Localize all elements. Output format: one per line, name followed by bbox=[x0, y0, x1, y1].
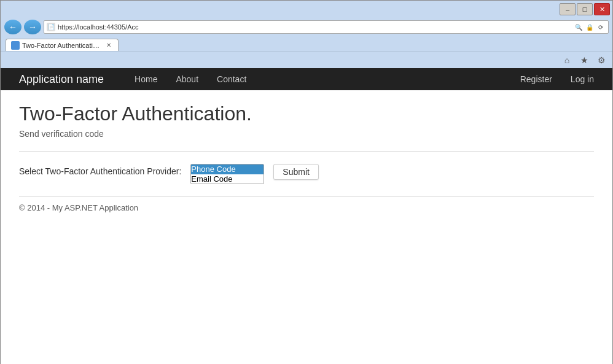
minimize-button[interactable]: – bbox=[560, 3, 576, 15]
provider-select[interactable]: Phone Code Email Code bbox=[190, 164, 264, 184]
address-bar-row: ← → 📄 https://localhost:44305/Acc 🔍 🔒 ⟳ bbox=[1, 18, 612, 36]
refresh-icon[interactable]: ⟳ bbox=[596, 22, 606, 32]
nav-link-register[interactable]: Register bbox=[511, 68, 561, 90]
tab-close-icon[interactable]: ✕ bbox=[104, 41, 113, 50]
nav-link-about[interactable]: About bbox=[166, 68, 208, 90]
home-icon[interactable]: ⌂ bbox=[560, 53, 574, 68]
page-icon: 📄 bbox=[47, 23, 55, 31]
navbar-right: Register Log in bbox=[511, 68, 603, 90]
footer-text: © 2014 - My ASP.NET Application bbox=[19, 203, 594, 212]
submit-button[interactable]: Submit bbox=[273, 164, 319, 180]
search-icon[interactable]: 🔍 bbox=[574, 22, 584, 32]
url-text: https://localhost:44305/Acc bbox=[58, 23, 571, 31]
tabs-row: Two-Factor Authentication ... ✕ bbox=[1, 36, 612, 51]
option-phone[interactable]: Phone Code bbox=[191, 165, 264, 174]
navbar: Application name Home About Contact Regi… bbox=[1, 68, 612, 90]
provider-form-row: Select Two-Factor Authentication Provide… bbox=[19, 164, 594, 184]
title-bar: – □ ✕ bbox=[1, 1, 612, 18]
footer-divider bbox=[19, 196, 594, 197]
nav-link-login[interactable]: Log in bbox=[561, 68, 603, 90]
active-tab[interactable]: Two-Factor Authentication ... ✕ bbox=[6, 39, 119, 51]
page-subtitle: Send verification code bbox=[19, 129, 594, 139]
provider-label: Select Two-Factor Authentication Provide… bbox=[19, 164, 181, 176]
star-icon[interactable]: ★ bbox=[577, 53, 592, 68]
address-actions: 🔍 🔒 ⟳ bbox=[574, 22, 606, 32]
address-bar[interactable]: 📄 https://localhost:44305/Acc 🔍 🔒 ⟳ bbox=[44, 20, 609, 34]
nav-link-home[interactable]: Home bbox=[125, 68, 166, 90]
browser-toolbar: ⌂ ★ ⚙ bbox=[1, 51, 612, 68]
main-content: Two-Factor Authentication. Send verifica… bbox=[1, 90, 612, 364]
settings-icon[interactable]: ⚙ bbox=[594, 53, 609, 68]
close-button[interactable]: ✕ bbox=[594, 3, 610, 15]
back-button[interactable]: ← bbox=[4, 20, 21, 34]
maximize-button[interactable]: □ bbox=[577, 3, 593, 15]
navbar-brand[interactable]: Application name bbox=[10, 73, 113, 86]
navbar-links: Home About Contact bbox=[125, 68, 256, 90]
tab-label: Two-Factor Authentication ... bbox=[22, 42, 102, 49]
browser-window: – □ ✕ ← → 📄 https://localhost:44305/Acc … bbox=[0, 0, 613, 364]
page-title: Two-Factor Authentication. bbox=[19, 103, 594, 125]
option-email[interactable]: Email Code bbox=[191, 174, 264, 184]
forward-button[interactable]: → bbox=[24, 20, 41, 34]
tab-favicon bbox=[11, 41, 20, 50]
nav-link-contact[interactable]: Contact bbox=[208, 68, 256, 90]
lock-icon: 🔒 bbox=[585, 22, 595, 32]
browser-chrome: – □ ✕ ← → 📄 https://localhost:44305/Acc … bbox=[1, 1, 612, 68]
top-divider bbox=[19, 151, 594, 152]
